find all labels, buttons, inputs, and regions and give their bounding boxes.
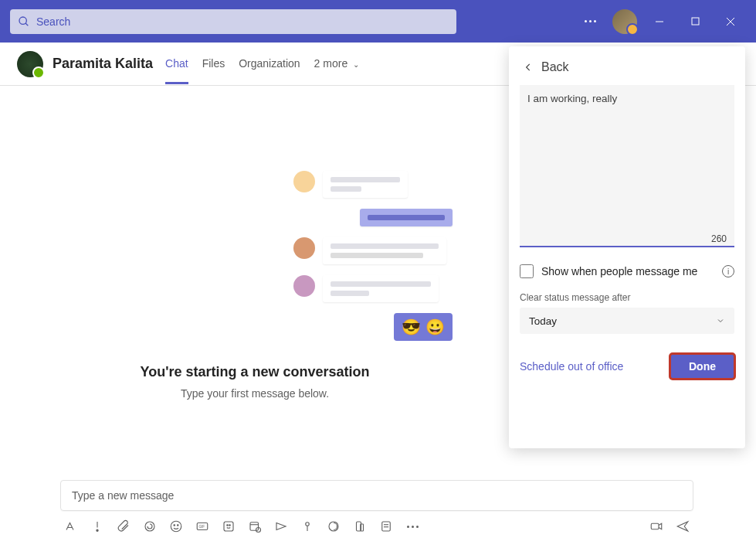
clear-after-dropdown[interactable]: Today <box>520 308 734 334</box>
maximize-icon <box>691 17 700 26</box>
tab-chat[interactable]: Chat <box>165 43 188 84</box>
svg-point-16 <box>229 525 231 526</box>
chevron-left-icon <box>523 62 534 73</box>
svg-point-0 <box>19 17 26 24</box>
search-placeholder: Search <box>36 15 70 28</box>
back-label: Back <box>541 60 569 74</box>
person-name: Paramita Kalita <box>53 56 153 72</box>
status-message-input[interactable] <box>520 85 734 247</box>
illustration-avatar <box>293 275 315 297</box>
compose-input[interactable]: Type a new message <box>60 480 693 511</box>
clear-after-label: Clear status message after <box>520 292 734 303</box>
person-avatar[interactable] <box>17 51 43 77</box>
schedule-out-of-office-link[interactable]: Schedule out of office <box>520 360 623 373</box>
back-button[interactable]: Back <box>520 57 734 77</box>
more-icon <box>585 20 596 22</box>
format-icon[interactable] <box>63 519 79 534</box>
svg-point-7 <box>97 529 98 531</box>
window-maximize-button[interactable] <box>677 0 713 43</box>
svg-point-15 <box>227 525 229 526</box>
titlebar: Search <box>0 0 756 43</box>
svg-rect-17 <box>250 522 259 531</box>
more-options-button[interactable] <box>572 0 608 43</box>
svg-line-1 <box>25 23 28 26</box>
chevron-down-icon <box>716 316 725 325</box>
char-count: 260 <box>711 233 727 244</box>
compose-placeholder: Type a new message <box>72 489 174 502</box>
current-user-avatar[interactable] <box>612 9 637 34</box>
priority-icon[interactable] <box>90 519 105 534</box>
svg-point-8 <box>145 522 154 531</box>
viva-icon[interactable] <box>326 519 341 534</box>
illustration-avatar <box>293 237 315 259</box>
svg-text:GIF: GIF <box>199 525 205 529</box>
new-conversation-subtitle: Type your first message below. <box>0 387 510 400</box>
search-icon <box>18 15 30 28</box>
window-close-button[interactable] <box>713 0 748 43</box>
svg-point-10 <box>174 525 175 526</box>
svg-rect-23 <box>361 524 364 531</box>
gif-icon[interactable]: GIF <box>195 519 210 534</box>
status-message-panel: Back 260 Show when people message me i C… <box>509 46 745 448</box>
sticker-icon[interactable] <box>221 519 236 534</box>
schedule-icon[interactable] <box>247 519 263 534</box>
chat-tabs: Chat Files Organization 2 more ⌄ <box>165 43 359 84</box>
show-when-message-checkbox[interactable] <box>520 264 534 278</box>
updates-icon[interactable] <box>352 519 368 534</box>
show-when-message-label: Show when people message me <box>541 265 697 277</box>
svg-point-11 <box>178 525 179 526</box>
attach-icon[interactable] <box>116 519 131 534</box>
illustration-emoji: 😎 😀 <box>394 313 453 341</box>
loop-icon[interactable] <box>142 519 158 534</box>
chat-main-area: 😎 😀 You're starting a new conversation T… <box>0 86 510 503</box>
send-icon[interactable] <box>675 519 690 534</box>
minimize-icon <box>655 17 664 26</box>
svg-rect-14 <box>224 522 233 531</box>
window-minimize-button[interactable] <box>642 0 677 43</box>
clear-after-value: Today <box>529 315 557 327</box>
tab-more[interactable]: 2 more ⌄ <box>314 43 359 84</box>
search-input[interactable]: Search <box>10 9 456 34</box>
show-when-message-row[interactable]: Show when people message me i <box>520 264 734 278</box>
illustration-avatar <box>293 171 315 192</box>
emoji-icon[interactable] <box>168 519 184 534</box>
more-apps-icon[interactable] <box>405 519 420 534</box>
svg-rect-3 <box>692 18 699 25</box>
svg-point-20 <box>306 522 310 526</box>
compose-area: Type a new message GIF <box>60 480 693 534</box>
tab-organization[interactable]: Organization <box>239 43 300 84</box>
svg-rect-24 <box>382 522 391 531</box>
svg-point-9 <box>171 521 181 532</box>
new-conversation-title: You're starting a new conversation <box>0 364 510 380</box>
tab-more-label: 2 more <box>314 57 348 70</box>
done-button[interactable]: Done <box>670 354 734 379</box>
close-icon <box>726 17 735 26</box>
chevron-down-icon: ⌄ <box>353 60 359 69</box>
polls-icon[interactable] <box>378 519 394 534</box>
approval-icon[interactable] <box>300 519 315 534</box>
stream-icon[interactable] <box>273 519 289 534</box>
compose-toolbar: GIF <box>60 519 693 534</box>
svg-rect-27 <box>651 523 659 529</box>
tab-files[interactable]: Files <box>202 43 225 84</box>
info-icon[interactable]: i <box>722 265 734 277</box>
chat-illustration: 😎 😀 <box>293 171 453 352</box>
video-clip-icon[interactable] <box>649 519 664 534</box>
